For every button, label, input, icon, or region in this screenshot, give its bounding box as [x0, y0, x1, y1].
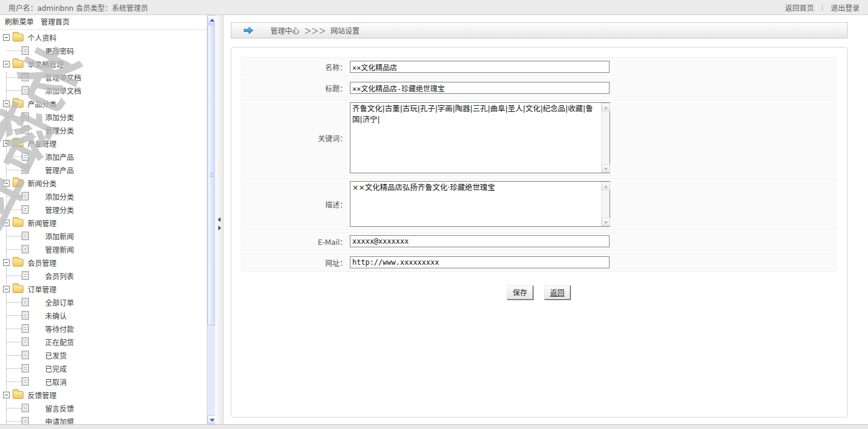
tree-group[interactable]: 订单管理: [0, 282, 207, 295]
tree-item-label: 留言反馈: [45, 403, 74, 413]
scroll-down-icon[interactable]: [602, 164, 610, 173]
tree-item-label: 会员列表: [45, 271, 74, 281]
tree-item[interactable]: 已发货: [0, 348, 207, 362]
description-textarea[interactable]: ××文化精品店弘扬齐鲁文化·珍藏绝世瑰宝: [350, 181, 610, 227]
tree-group[interactable]: 新闻管理: [0, 216, 207, 229]
scrollbar-thumb[interactable]: [207, 25, 216, 326]
document-icon: [22, 165, 29, 174]
document-icon: [22, 311, 29, 319]
member-type: 系统管理员: [112, 4, 148, 13]
blue-right-arrow-icon: [243, 26, 254, 34]
back-button-label: 返回: [550, 289, 564, 297]
arrow-down-icon: [210, 419, 215, 422]
tree-group-label: 单文档管理: [28, 59, 64, 69]
tree-group[interactable]: 产品管理: [0, 137, 207, 150]
tree-item[interactable]: 添加新闻: [0, 229, 207, 242]
document-icon: [22, 364, 29, 372]
home-link[interactable]: 返回首页: [785, 4, 814, 13]
document-icon: [22, 324, 29, 333]
tree-item-label: 全部订单: [45, 297, 74, 307]
tree-item[interactable]: 更改密码: [0, 44, 207, 57]
breadcrumb-separator: ＞＞＞: [304, 25, 326, 35]
sidebar-scrollbar[interactable]: [207, 15, 215, 424]
save-button[interactable]: 保存: [507, 285, 533, 300]
tree-group[interactable]: 单文档管理: [0, 57, 207, 70]
title-input[interactable]: [350, 82, 610, 94]
expand-minus-icon[interactable]: [3, 392, 10, 398]
tree-item[interactable]: 等待付款: [0, 322, 207, 335]
tree-item[interactable]: 管理单文档: [0, 70, 207, 84]
document-icon: [22, 126, 29, 134]
tree-connector: [7, 236, 22, 236]
expand-minus-icon[interactable]: [3, 286, 10, 292]
user-info: 用户名：adminbnn 会员类型：系统管理员: [8, 2, 148, 13]
scrollbar-down-button[interactable]: [207, 415, 216, 424]
tree-item[interactable]: 管理产品: [0, 163, 207, 176]
document-icon: [22, 338, 29, 346]
folder-icon: [13, 140, 23, 147]
expand-minus-icon[interactable]: [3, 100, 10, 107]
document-icon: [22, 271, 29, 280]
tree-item[interactable]: 正在配货: [0, 335, 207, 348]
tree-item[interactable]: 管理分类: [0, 203, 207, 216]
scroll-up-icon[interactable]: [602, 103, 610, 111]
tree-item[interactable]: 添加分类: [0, 190, 207, 203]
document-icon: [22, 417, 29, 424]
scrollbar-up-button[interactable]: [207, 15, 216, 24]
expand-minus-icon[interactable]: [3, 180, 10, 187]
tree-group[interactable]: 新闻分类: [0, 176, 207, 190]
tree-item[interactable]: 全部订单: [0, 295, 207, 309]
document-icon: [22, 86, 29, 94]
form-buttons: 保存 返回: [241, 285, 836, 300]
tree-item[interactable]: 会员列表: [0, 269, 207, 282]
panel-splitter[interactable]: [215, 15, 224, 424]
folder-icon: [13, 259, 23, 267]
tree-connector: [7, 249, 22, 250]
tree-connector: [7, 381, 22, 382]
tree-item-label: 添加单文档: [45, 85, 81, 96]
tree-item[interactable]: 未确认: [0, 309, 207, 322]
arrow-up-icon: [210, 19, 215, 22]
url-input[interactable]: [350, 256, 610, 268]
scroll-down-icon[interactable]: [602, 218, 610, 226]
user-label: 用户名：: [8, 4, 37, 13]
tree-item[interactable]: 添加产品: [0, 150, 207, 163]
expand-minus-icon[interactable]: [3, 259, 10, 266]
expand-minus-icon[interactable]: [3, 61, 10, 67]
tree-item-label: 等待付款: [45, 324, 74, 334]
tree-group[interactable]: 产品分类: [0, 97, 207, 110]
tree-item[interactable]: 留言反馈: [0, 401, 207, 415]
tree-group[interactable]: 个人资料: [0, 31, 207, 44]
tree-item[interactable]: 添加单文档: [0, 84, 207, 97]
tree-item-label: 添加分类: [45, 112, 74, 122]
tree-connector: [7, 170, 22, 170]
tree-item[interactable]: 添加分类: [0, 110, 207, 123]
tree-item[interactable]: 已完成: [0, 362, 207, 375]
scroll-up-icon[interactable]: [602, 182, 610, 190]
keywords-textarea[interactable]: 齐鲁文化|古董|古玩|孔子|字画|陶器|三孔|曲阜|圣人|文化|纪念品|收藏|鲁…: [350, 102, 610, 173]
name-input[interactable]: [350, 61, 610, 73]
tree-item[interactable]: 管理新闻: [0, 242, 207, 256]
logout-link[interactable]: 退出登录: [831, 4, 860, 13]
textarea-scrollbar[interactable]: [601, 182, 610, 226]
admin-home-link[interactable]: 管理首页: [41, 18, 70, 26]
username: adminbnn: [37, 4, 73, 13]
expand-minus-icon[interactable]: [3, 140, 10, 147]
document-icon: [22, 351, 29, 359]
expand-minus-icon[interactable]: [3, 220, 10, 226]
textarea-scrollbar[interactable]: [601, 103, 610, 173]
tree-item[interactable]: 已取消: [0, 375, 207, 388]
refresh-menu-link[interactable]: 刷新菜单: [5, 18, 34, 26]
tree-item-label: 添加新闻: [45, 231, 74, 241]
tree-connector: [7, 342, 22, 342]
back-button[interactable]: 返回: [544, 285, 570, 300]
tree-group[interactable]: 会员管理: [0, 256, 207, 269]
email-input[interactable]: [350, 235, 610, 247]
expand-minus-icon[interactable]: [3, 34, 10, 41]
tree-group[interactable]: 反馈管理: [0, 388, 207, 401]
tree-connector: [7, 368, 22, 369]
breadcrumb: 管理中心 ＞＞＞ 网站设置: [231, 22, 848, 39]
tree-item[interactable]: 管理分类: [0, 123, 207, 137]
footer-bar: [0, 424, 868, 429]
tree-item[interactable]: 申请加盟: [0, 415, 207, 424]
